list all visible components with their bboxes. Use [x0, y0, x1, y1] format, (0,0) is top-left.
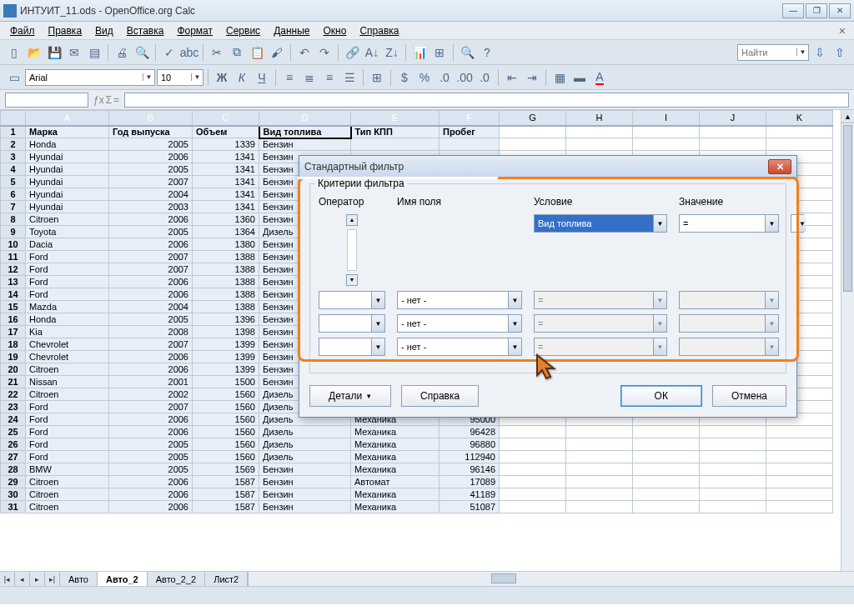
- cell[interactable]: 1398: [193, 326, 259, 338]
- chevron-down-icon[interactable]: ▼: [143, 73, 154, 81]
- cell[interactable]: 2005: [109, 138, 193, 151]
- sheet-tab[interactable]: Авто_2_2: [148, 572, 205, 586]
- chevron-down-icon[interactable]: ▼: [508, 292, 521, 308]
- menu-format[interactable]: Формат: [170, 23, 219, 38]
- col-header[interactable]: C: [193, 111, 259, 126]
- percent-icon[interactable]: %: [415, 68, 434, 87]
- bgcolor-icon[interactable]: ▬: [570, 68, 589, 87]
- spell-icon[interactable]: ✓: [160, 43, 178, 62]
- cell[interactable]: 1341: [193, 176, 259, 188]
- chart-icon[interactable]: 📊: [410, 43, 429, 62]
- close-button[interactable]: ✕: [829, 3, 851, 18]
- cell[interactable]: 96146: [440, 463, 500, 476]
- field-combo[interactable]: Вид топлива▼: [534, 214, 667, 233]
- cell[interactable]: Механика: [351, 426, 440, 438]
- cell[interactable]: 2006: [109, 276, 193, 288]
- cell[interactable]: 1364: [193, 226, 259, 238]
- row-header[interactable]: 22: [1, 388, 26, 401]
- table-row[interactable]: 26Ford20051560ДизельМеханика96880: [1, 438, 833, 451]
- cell[interactable]: Ford: [26, 401, 109, 413]
- row-header[interactable]: 24: [1, 413, 26, 426]
- cell[interactable]: [440, 138, 500, 151]
- row-header[interactable]: 17: [1, 326, 26, 338]
- cell[interactable]: [700, 463, 766, 476]
- cell[interactable]: 41189: [440, 488, 500, 501]
- zoom-icon[interactable]: 🔍: [458, 43, 476, 62]
- cell[interactable]: Chevrolet: [26, 351, 109, 363]
- cell[interactable]: Honda: [26, 313, 109, 326]
- cell[interactable]: 1569: [193, 463, 259, 476]
- cell[interactable]: 2005: [109, 226, 193, 238]
- vertical-scrollbar[interactable]: ▲: [841, 110, 854, 571]
- cell[interactable]: 1388: [193, 276, 259, 288]
- cell[interactable]: [500, 138, 566, 151]
- cell[interactable]: [766, 501, 833, 513]
- cell[interactable]: Тип КПП: [351, 126, 440, 138]
- sum-icon[interactable]: Σ: [106, 94, 112, 106]
- menu-file[interactable]: Файл: [3, 23, 42, 38]
- col-header[interactable]: E: [351, 111, 440, 126]
- cell[interactable]: 2005: [109, 313, 193, 326]
- col-header[interactable]: J: [700, 111, 766, 126]
- cell[interactable]: [500, 476, 566, 488]
- font-name[interactable]: ▼: [25, 69, 155, 86]
- indent-inc-icon[interactable]: ⇥: [523, 68, 541, 87]
- table-row[interactable]: 27Ford20051560ДизельМеханика112940: [1, 451, 833, 463]
- cell[interactable]: Kia: [26, 326, 109, 338]
- dialog-titlebar[interactable]: Стандартный фильтр ✕: [299, 156, 796, 178]
- formula-input[interactable]: [124, 93, 849, 108]
- col-header[interactable]: G: [500, 111, 566, 126]
- chevron-down-icon[interactable]: ▼: [508, 338, 521, 355]
- corner-cell[interactable]: [1, 111, 26, 126]
- chevron-down-icon[interactable]: ▼: [653, 215, 666, 232]
- cell[interactable]: Citroen: [26, 213, 109, 226]
- chevron-down-icon[interactable]: ▼: [653, 315, 666, 332]
- new-icon[interactable]: ▯: [5, 43, 23, 62]
- cell[interactable]: 2007: [109, 263, 193, 276]
- chevron-down-icon[interactable]: ▼: [798, 215, 806, 232]
- cell[interactable]: [633, 463, 700, 476]
- operator-combo[interactable]: ▼: [319, 338, 385, 356]
- cell[interactable]: [566, 488, 633, 501]
- cell[interactable]: Механика: [351, 488, 440, 501]
- merge-icon[interactable]: ⊞: [368, 68, 386, 87]
- chevron-down-icon[interactable]: ▼: [765, 292, 778, 308]
- cell[interactable]: Бензин: [259, 476, 351, 488]
- scroll-up-icon[interactable]: ▲: [346, 214, 358, 226]
- cell[interactable]: [351, 138, 440, 151]
- cell[interactable]: 2007: [109, 338, 193, 351]
- align-right-icon[interactable]: ≡: [320, 68, 339, 87]
- cell[interactable]: 96880: [440, 438, 500, 451]
- cell[interactable]: 1341: [193, 201, 259, 213]
- cell[interactable]: Механика: [351, 463, 440, 476]
- cell[interactable]: [566, 463, 633, 476]
- cell[interactable]: 1339: [193, 138, 259, 151]
- cell[interactable]: [700, 138, 766, 151]
- cell[interactable]: Вид топлива: [259, 126, 351, 138]
- cell[interactable]: [566, 451, 633, 463]
- cancel-button[interactable]: Отмена: [712, 385, 786, 407]
- font-size[interactable]: ▼: [157, 69, 203, 86]
- cell[interactable]: 96428: [440, 426, 500, 438]
- cell[interactable]: Citroen: [26, 388, 109, 401]
- condition-combo[interactable]: =▼: [679, 214, 779, 233]
- row-header[interactable]: 14: [1, 288, 26, 301]
- row-header[interactable]: 11: [1, 251, 26, 263]
- find-prev-icon[interactable]: ⇩: [811, 43, 829, 62]
- cell[interactable]: 1399: [193, 363, 259, 376]
- cell[interactable]: Механика: [351, 438, 440, 451]
- row-header[interactable]: 16: [1, 313, 26, 326]
- cell[interactable]: 2007: [109, 251, 193, 263]
- cell[interactable]: 2007: [109, 401, 193, 413]
- cell[interactable]: [633, 126, 700, 138]
- cell[interactable]: [566, 476, 633, 488]
- row-header[interactable]: 19: [1, 351, 26, 363]
- cell[interactable]: [500, 438, 566, 451]
- details-button[interactable]: Детали▼: [309, 385, 391, 407]
- copy-icon[interactable]: ⧉: [228, 43, 246, 62]
- menu-edit[interactable]: Правка: [42, 23, 89, 38]
- save-icon[interactable]: 💾: [45, 43, 63, 62]
- row-header[interactable]: 15: [1, 301, 26, 313]
- menu-window[interactable]: Окно: [316, 23, 353, 38]
- help-icon[interactable]: ?: [478, 43, 496, 62]
